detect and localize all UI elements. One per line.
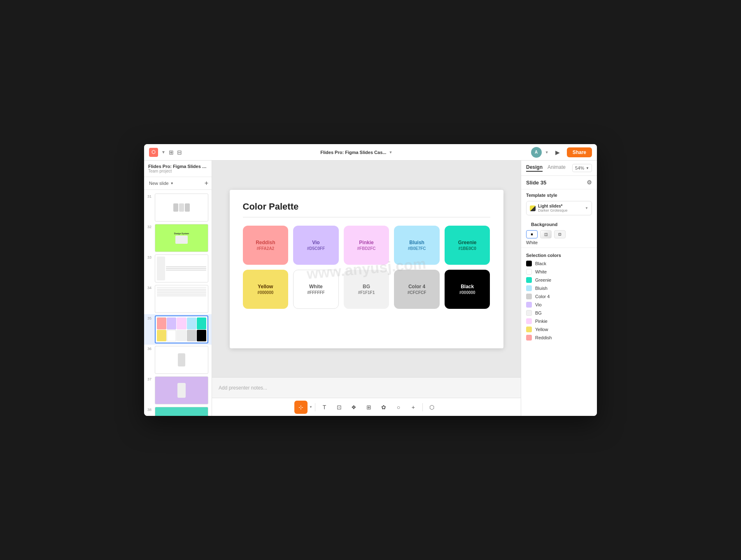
- color-row-reddish[interactable]: Reddish: [521, 334, 597, 342]
- color-label-yellow: Yellow: [535, 327, 548, 332]
- color-row-vio[interactable]: Vio: [521, 301, 597, 309]
- swatch-white: [526, 269, 532, 275]
- background-section: Background ■ ◫ ⊡ White: [521, 217, 597, 248]
- color-row-greenie[interactable]: Greenie: [521, 276, 597, 284]
- slide-number-31: 31: [147, 194, 153, 198]
- color-hex-bluish: #B0E7FC: [408, 246, 426, 251]
- color-name-reddish: Reddish: [256, 240, 275, 245]
- slide-item-36[interactable]: 36: [144, 345, 212, 375]
- color-card-bluish[interactable]: Bluish #B0E7FC: [394, 226, 440, 265]
- main-content: Flides Pro: Figma Slides Cas... Team pro…: [144, 161, 597, 416]
- color-row-bg[interactable]: BG: [521, 309, 597, 317]
- slide-item-32[interactable]: 32 Design System: [144, 223, 212, 253]
- color-label-reddish: Reddish: [535, 335, 552, 340]
- bg-solid-option[interactable]: ■: [526, 230, 538, 238]
- text-tool-button[interactable]: T: [318, 401, 331, 414]
- slide-thumbnail-34: [155, 285, 208, 313]
- color-hex-bg: #F1F1F1: [358, 290, 375, 295]
- color-card-vio[interactable]: Vio #D5C0FF: [293, 226, 339, 265]
- slide-number-38: 38: [147, 407, 153, 412]
- color-card-greenie[interactable]: Greenie #1BE0C0: [445, 226, 490, 265]
- color-label-black: Black: [535, 261, 546, 266]
- right-panel: Design Animate 54% ▼ Slide 35 ⚙ Template…: [521, 161, 597, 416]
- color-label-color4: Color 4: [535, 294, 550, 299]
- circle-tool-button[interactable]: ○: [392, 401, 405, 414]
- new-slide-button[interactable]: New slide ▼: [147, 180, 175, 187]
- slide-thumbnail-36: [155, 346, 208, 374]
- color-row-bluish[interactable]: Bluish: [521, 284, 597, 292]
- color-row-pinkie[interactable]: Pinkie: [521, 317, 597, 325]
- template-style-item[interactable]: Light slides* Darker Grotesque ▼: [526, 201, 592, 215]
- slide-item-33[interactable]: 33: [144, 253, 212, 284]
- layout-icon-2[interactable]: ⊟: [177, 149, 182, 156]
- color-row-color4[interactable]: Color 4: [521, 292, 597, 301]
- slide-settings-icon[interactable]: ⚙: [587, 179, 592, 186]
- color-row-yellow[interactable]: Yellow: [521, 325, 597, 334]
- toolbar-divider-2: [422, 403, 423, 411]
- figma-logo: ⬡: [149, 148, 158, 157]
- draw-tool-button[interactable]: ✿: [377, 401, 390, 414]
- slide-divider: [243, 217, 490, 217]
- chevron-down-small: ▼: [170, 182, 174, 185]
- chevron-down-icon[interactable]: ▼: [161, 150, 165, 154]
- color-card-pinkie[interactable]: Pinkie #FBD2FC: [344, 226, 389, 265]
- color-card-reddish[interactable]: Reddish #FFA2A2: [243, 226, 289, 265]
- panel-tabs: Design Animate: [526, 164, 566, 172]
- project-title: Flides Pro: Figma Slides Cas...: [320, 150, 386, 155]
- slide-item-34[interactable]: 34: [144, 284, 212, 314]
- layout-icon-1[interactable]: ⊞: [169, 149, 174, 156]
- slide-thumbnail-33: [155, 254, 208, 282]
- play-button[interactable]: ▶: [552, 147, 564, 158]
- bg-image-option[interactable]: ⊡: [554, 230, 566, 238]
- bottom-toolbar: ⊹ ▼ T ⊡ ❖ ⊞ ✿ ○ + ⬡: [212, 398, 521, 416]
- add-slide-icon[interactable]: +: [205, 180, 208, 187]
- image-tool-button[interactable]: ⊡: [333, 401, 346, 414]
- selection-colors-section: Selection colors Black White Greenie Blu…: [521, 248, 597, 416]
- color-hex-greenie: #1BE0C0: [459, 246, 476, 251]
- color-label-greenie: Greenie: [535, 278, 551, 282]
- slide-item-35[interactable]: 35: [144, 314, 212, 345]
- color-card-bg[interactable]: BG #F1F1F1: [344, 270, 389, 309]
- slide-item-37[interactable]: 37: [144, 375, 212, 406]
- color-row-black[interactable]: Black: [521, 259, 597, 268]
- zoom-dropdown[interactable]: 54% ▼: [572, 164, 592, 172]
- slide-item-38[interactable]: 38: [144, 406, 212, 416]
- toolbar-divider-1: [315, 403, 315, 411]
- color-hex-black: #000000: [459, 290, 475, 295]
- sidebar-project-title: Flides Pro: Figma Slides Cas...: [148, 164, 207, 169]
- component-tool-button[interactable]: ❖: [347, 401, 361, 414]
- notes-placeholder[interactable]: Add presenter notes...: [219, 385, 267, 391]
- share-button[interactable]: Share: [567, 147, 592, 157]
- select-tool-button[interactable]: ⊹: [294, 401, 308, 414]
- color-hex-pinkie: #FBD2FC: [357, 246, 375, 251]
- color-name-greenie: Greenie: [458, 240, 477, 245]
- presenter-notes: Add presenter notes...: [212, 377, 521, 398]
- color-card-color4[interactable]: Color 4 #CFCFCF: [394, 270, 440, 309]
- plugin-tool-button[interactable]: ⬡: [425, 401, 438, 414]
- swatch-greenie: [526, 277, 532, 283]
- color-card-black[interactable]: Black #000000: [445, 270, 490, 309]
- title-chevron[interactable]: ▼: [389, 150, 392, 154]
- color-card-white[interactable]: White #FFFFFF: [293, 270, 339, 309]
- zoom-value: 54%: [575, 166, 584, 170]
- bg-value-label: White: [526, 240, 592, 245]
- add-tool-button[interactable]: +: [407, 401, 420, 414]
- slide-number-32: 32: [147, 224, 153, 229]
- tab-animate[interactable]: Animate: [548, 164, 566, 172]
- bg-gradient-option[interactable]: ◫: [540, 230, 552, 238]
- top-bar-left: ⬡ ▼ ⊞ ⊟: [149, 148, 182, 157]
- swatch-color4: [526, 294, 532, 299]
- toolbar-chevron[interactable]: ▼: [309, 405, 312, 409]
- color-row-white[interactable]: White: [521, 268, 597, 276]
- tab-design[interactable]: Design: [526, 164, 543, 172]
- slide-item-31[interactable]: 31: [144, 192, 212, 223]
- table-tool-button[interactable]: ⊞: [362, 401, 375, 414]
- color-label-bg: BG: [535, 310, 542, 315]
- top-bar: ⬡ ▼ ⊞ ⊟ Flides Pro: Figma Slides Cas... …: [144, 144, 597, 161]
- top-bar-right: A ▼ ▶ Share: [531, 147, 592, 158]
- team-label: Team project: [148, 169, 207, 173]
- color-card-yellow[interactable]: Yellow #000000: [243, 270, 289, 309]
- slide-thumbnail-38: [155, 407, 208, 416]
- swatch-yellow: [526, 327, 532, 332]
- avatar-chevron[interactable]: ▼: [545, 150, 549, 154]
